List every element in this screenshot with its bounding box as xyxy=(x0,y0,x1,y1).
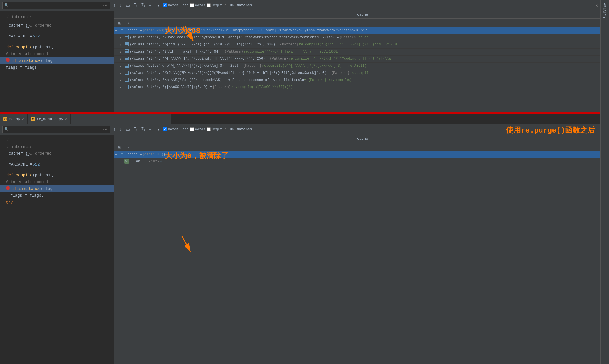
search-btn3-top[interactable]: ≡T xyxy=(148,3,154,8)
words-checkbox-top[interactable] xyxy=(190,3,194,7)
search-btn2-bottom[interactable]: Tx xyxy=(140,126,146,132)
debug-row-2-top[interactable]: ▶ (<class 'str'>, '^(\\d+) \\. (\\d+) (\… xyxy=(114,41,609,49)
match-case-option-top[interactable]: Match Case xyxy=(163,3,188,7)
debug-row-len-bottom[interactable]: 01 __len__ = {int} 0 xyxy=(114,158,609,165)
search-close-bottom[interactable]: ✕ xyxy=(105,127,107,131)
match-case-option-bottom[interactable]: Match Case xyxy=(163,127,188,131)
regex-checkbox-bottom[interactable] xyxy=(207,127,211,131)
close-search-top[interactable]: ✕ xyxy=(595,3,598,8)
debug-row-6-top[interactable]: ▶ (<class 'str'>, '%(?:\\((?P<key>.*?)\\… xyxy=(114,70,609,77)
search-bar-bottom: 🔍 ↺ ✕ ↑ ↓ ▭ Tx Tx ≡T ▼ Match Case Words … xyxy=(0,124,609,135)
code-def-kw: def xyxy=(6,44,13,50)
match-case-checkbox-top[interactable] xyxy=(163,3,167,7)
search-clear-bottom[interactable]: ↺ xyxy=(102,127,104,131)
code-try-kw-bottom: try: xyxy=(6,199,15,206)
search-clear-top[interactable]: ↺ xyxy=(102,3,104,7)
debug-forward-btn-top[interactable]: → xyxy=(135,20,142,26)
debug-row-3-top[interactable]: ▶ (<class 'str'>, '(\\d+ | [a-z]+ | \\.)… xyxy=(114,49,609,56)
debug-panel-top: _cache ⊞ ← → ▼ _cache = {dict: 268} {(<c… xyxy=(114,11,609,112)
match-case-checkbox-bottom[interactable] xyxy=(163,127,167,131)
triangle-2-top: ▶ xyxy=(120,43,124,48)
search-btn4-top[interactable]: ▼ xyxy=(156,3,161,8)
search-btn1-top[interactable]: Tx xyxy=(133,2,138,8)
tab-re-module-py-bottom[interactable]: py re_module.py ✕ xyxy=(28,114,71,124)
search-btn4-bottom[interactable]: ▼ xyxy=(156,127,161,132)
regex-option-bottom[interactable]: Regex xyxy=(207,127,222,131)
fold-def[interactable]: ▸ xyxy=(2,44,6,50)
match-case-label-top: Match Case xyxy=(168,3,188,7)
search-input-top[interactable] xyxy=(10,3,101,7)
code-line-try-bottom: try: xyxy=(0,199,114,206)
code-line-maxcache-bottom: _MAXCACHE = 512 xyxy=(0,161,114,168)
search-down-btn-bottom[interactable]: ↓ xyxy=(118,126,123,133)
debug-val-6-top: re.compil xyxy=(350,70,369,76)
search-btn2-top[interactable]: Tx xyxy=(140,2,146,8)
regex-label-bottom: Regex xyxy=(212,127,222,131)
code-if-args: (flag xyxy=(41,58,53,64)
search-rect-btn-top[interactable]: ▭ xyxy=(125,2,131,9)
debug-forward-btn-bottom[interactable]: → xyxy=(135,144,142,150)
search-input-bottom[interactable] xyxy=(10,127,101,131)
py-icon-bottom2: py xyxy=(31,117,35,121)
debug-row-1-top[interactable]: ▶ (<class 'str'>, '/usr/local/Cellar/pyt… xyxy=(114,34,609,41)
debug-type-4-top: {Pattern} xyxy=(270,56,288,61)
debug-header-bottom: _cache xyxy=(114,135,609,143)
code-cache-comment-bottom: # ordered xyxy=(30,150,52,157)
breakpoint-top xyxy=(6,58,11,64)
debug-back-btn-top[interactable]: ← xyxy=(125,20,132,26)
debug-row-8-top[interactable]: ▶ (<class 'str'>, '([\\x00-\\x7f]+)', 0)… xyxy=(114,84,609,91)
debug-row-cache-bottom[interactable]: ▼ _cache = {dict: 0} {} xyxy=(114,151,609,158)
code-def-kw-bottom: def xyxy=(6,172,13,178)
search-close-top[interactable]: ✕ xyxy=(105,3,107,7)
search-btn1-bottom[interactable]: Tx xyxy=(133,126,138,132)
search-input-wrap-top[interactable]: 🔍 ↺ ✕ xyxy=(2,2,110,9)
debug-row-cache-top[interactable]: ▼ _cache = {dict: 268} {(<class 'str'>, … xyxy=(114,27,609,34)
triangle-8-top: ▶ xyxy=(120,85,124,90)
code-flags-var-bottom: flags = flags. xyxy=(10,193,44,199)
tab-re-py-bottom[interactable]: py re.py ✕ xyxy=(0,114,28,124)
debug-panel-bottom: _cache ⊞ ← → ▼ _cache = {dict: 0} {} 01 xyxy=(114,135,609,364)
debug-val-4-top: re.compile('^[ \\t\\f]*#.*?coding[:=][ \… xyxy=(289,56,393,61)
debug-key-2-top: (<class 'str'>, '^(\\d+) \\. (\\d+) (\\.… xyxy=(130,42,279,47)
debug-val-3-top: re.compile('(\\d+ | [a-z]+ | \\.)', re.V… xyxy=(244,49,340,54)
search-rect-btn-bottom[interactable]: ▭ xyxy=(125,126,131,133)
breakpoint-bottom xyxy=(6,186,10,190)
tab-label-bottom2: re_module.py xyxy=(37,117,63,121)
words-option-bottom[interactable]: Words xyxy=(190,127,205,131)
debug-type-3-top: {Pattern} xyxy=(225,49,243,54)
fold-internals-bottom[interactable]: ▸ xyxy=(2,144,6,150)
fold-def-bottom[interactable]: ▸ xyxy=(2,172,6,178)
words-checkbox-bottom[interactable] xyxy=(190,127,194,131)
fold-1[interactable]: ▸ xyxy=(2,14,6,20)
debug-type-len-bottom: = {int} xyxy=(145,159,159,164)
debug-key-len-bottom: __len__ xyxy=(130,159,144,164)
words-label-bottom: Words xyxy=(195,127,205,131)
debug-val-5-top: re.compile(b'^[ \\t\\f]*(?:[#\\r\\n]|$)'… xyxy=(262,63,366,68)
debug-back-btn-bottom[interactable]: ← xyxy=(125,144,132,150)
debug-row-7-top[interactable]: ▶ (<class 'str'>, '\n \\$(?:\n (?P<escap… xyxy=(114,77,609,84)
help-icon-bottom[interactable]: ? xyxy=(224,127,226,131)
search-up-btn-top[interactable]: ↑ xyxy=(112,2,117,9)
search-icon-bottom: 🔍 xyxy=(4,127,9,131)
debug-type-2-top: {Pattern} xyxy=(280,42,299,47)
help-icon-top[interactable]: ? xyxy=(224,3,226,7)
debug-icon-4-top xyxy=(124,56,129,61)
search-down-btn-top[interactable]: ↓ xyxy=(118,2,123,9)
debug-icon-len-bottom: 01 xyxy=(124,159,129,164)
debug-icon-cache-bottom xyxy=(120,152,124,156)
debug-row-4-top[interactable]: ▶ (<class 'str'>, '^[ \\t\\f]*#.*?coding… xyxy=(114,56,609,63)
debug-key-cache-top: _cache = xyxy=(125,28,142,33)
tab-close-bottom1[interactable]: ✕ xyxy=(22,117,24,121)
regex-checkbox-top[interactable] xyxy=(207,3,211,7)
search-btn3-bottom[interactable]: ≡T xyxy=(148,127,154,132)
sciview-label[interactable]: SciView xyxy=(603,2,607,18)
search-input-wrap-bottom[interactable]: 🔍 ↺ ✕ xyxy=(2,126,110,133)
tab-close-bottom2[interactable]: ✕ xyxy=(65,117,67,121)
debug-toolbar-icon-top[interactable]: ⊞ xyxy=(116,20,123,26)
debug-row-5-top[interactable]: ▶ (<class 'bytes'>, b'^[ \\t\\f]*(?:[#\\… xyxy=(114,63,609,70)
regex-option-top[interactable]: Regex xyxy=(207,3,222,7)
search-up-btn-bottom[interactable]: ↑ xyxy=(112,126,117,133)
debug-toolbar-icon-bottom[interactable]: ⊞ xyxy=(116,144,123,150)
words-option-top[interactable]: Words xyxy=(190,3,205,7)
sciview-sidebar: SciView xyxy=(600,0,609,364)
